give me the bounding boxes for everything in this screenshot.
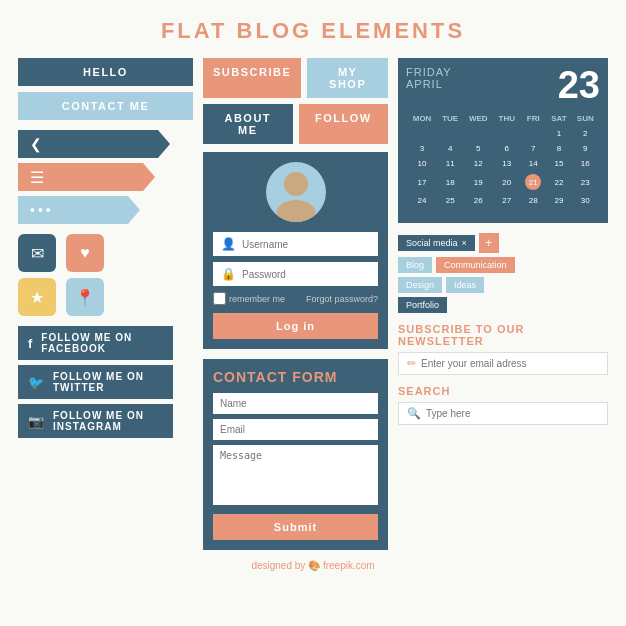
- calendar-day-cell: [573, 209, 598, 213]
- star-icon-box[interactable]: ★: [18, 278, 56, 316]
- calendar-day-cell: [408, 209, 436, 213]
- calendar-day-cell[interactable]: 29: [547, 194, 570, 207]
- share-ribbon[interactable]: ❮: [18, 130, 158, 158]
- blog-tag[interactable]: Blog: [398, 257, 432, 273]
- page-title: FLAT BLOG ELEMENTS: [0, 0, 626, 58]
- search-title: SEARCH: [398, 385, 608, 397]
- calendar-day-cell[interactable]: 10: [408, 157, 436, 170]
- calendar-day-cell[interactable]: 27: [494, 194, 519, 207]
- heart-icon-box[interactable]: ♥: [66, 234, 104, 272]
- calendar-day-cell[interactable]: 26: [464, 194, 492, 207]
- username-field[interactable]: 👤: [213, 232, 378, 256]
- calendar-grid: MON TUE WED THU FRI SAT SUN 123456789101…: [406, 110, 600, 215]
- calendar-day-cell[interactable]: 5: [464, 142, 492, 155]
- contact-me-button[interactable]: CONTACT ME: [18, 92, 193, 120]
- nav-row-1: HELLO: [18, 58, 193, 86]
- instagram-icon: 📷: [28, 414, 45, 429]
- calendar-day-cell[interactable]: 28: [521, 194, 545, 207]
- avatar-area: [213, 162, 378, 222]
- menu-ribbon[interactable]: ☰: [18, 163, 143, 191]
- search-icon: 🔍: [407, 407, 421, 420]
- newsletter-input[interactable]: [421, 358, 599, 369]
- mail-icon-box[interactable]: ✉: [18, 234, 56, 272]
- calendar-day-cell[interactable]: 11: [438, 157, 462, 170]
- remember-me-label[interactable]: remember me: [213, 292, 285, 305]
- tags-row-2: Blog Communication: [398, 257, 608, 273]
- username-input[interactable]: [242, 239, 370, 250]
- forgot-password-link[interactable]: Forgot password?: [306, 294, 378, 304]
- add-tag-button[interactable]: +: [479, 233, 499, 253]
- right-column: FRIDAY APRIL 23 MON TUE WED THU FRI SAT …: [398, 58, 608, 550]
- facebook-icon: f: [28, 336, 33, 351]
- calendar-widget: FRIDAY APRIL 23 MON TUE WED THU FRI SAT …: [398, 58, 608, 223]
- active-tag[interactable]: Social media ×: [398, 235, 475, 251]
- calendar-day-cell: [438, 209, 462, 213]
- remove-tag-icon[interactable]: ×: [462, 238, 467, 248]
- calendar-day-cell[interactable]: 22: [547, 172, 570, 192]
- facebook-button[interactable]: f FOLLOW ME ON FACEBOOK: [18, 326, 173, 360]
- twitter-icon: 🐦: [28, 375, 45, 390]
- calendar-day-cell[interactable]: 24: [408, 194, 436, 207]
- submit-button[interactable]: Submit: [213, 514, 378, 540]
- calendar-day-cell[interactable]: 30: [573, 194, 598, 207]
- contact-email-input[interactable]: [213, 419, 378, 440]
- calendar-day-cell[interactable]: 21: [521, 172, 545, 192]
- calendar-day-cell[interactable]: 3: [408, 142, 436, 155]
- left-column: HELLO CONTACT ME ❮ ☰ •••: [18, 58, 193, 550]
- contact-message-input[interactable]: [213, 445, 378, 505]
- cal-header-wed: WED: [464, 112, 492, 125]
- instagram-button[interactable]: 📷 FOLLOW ME ON INSTAGRAM: [18, 404, 173, 438]
- hello-button[interactable]: HELLO: [18, 58, 193, 86]
- calendar-day-cell[interactable]: 1: [547, 127, 570, 140]
- instagram-label: FOLLOW ME ON INSTAGRAM: [53, 410, 163, 432]
- twitter-button[interactable]: 🐦 FOLLOW ME ON TWITTER: [18, 365, 173, 399]
- newsletter-section: SUBSCRIBE TO OUR NEWSLETTER ✏: [398, 323, 608, 375]
- subscribe-button[interactable]: SUBSCRIBE: [203, 58, 301, 98]
- avatar: [266, 162, 326, 222]
- follow-button[interactable]: FOLLOW: [299, 104, 389, 144]
- dots-ribbon[interactable]: •••: [18, 196, 128, 224]
- cal-header-fri: FRI: [521, 112, 545, 125]
- pencil-icon: ✏: [407, 357, 416, 370]
- calendar-day-cell[interactable]: 8: [547, 142, 570, 155]
- password-input[interactable]: [242, 269, 370, 280]
- calendar-day-cell[interactable]: 20: [494, 172, 519, 192]
- password-field[interactable]: 🔒: [213, 262, 378, 286]
- search-input[interactable]: [426, 408, 599, 419]
- portfolio-tag[interactable]: Portfolio: [398, 297, 447, 313]
- calendar-date: 23: [558, 66, 600, 104]
- remember-checkbox[interactable]: [213, 292, 226, 305]
- calendar-day-cell[interactable]: 4: [438, 142, 462, 155]
- calendar-day-cell[interactable]: 17: [408, 172, 436, 192]
- search-input-row[interactable]: 🔍: [398, 402, 608, 425]
- calendar-day-cell[interactable]: 18: [438, 172, 462, 192]
- calendar-day-cell[interactable]: 2: [573, 127, 598, 140]
- calendar-day-cell[interactable]: 19: [464, 172, 492, 192]
- calendar-day-cell[interactable]: 14: [521, 157, 545, 170]
- calendar-day-cell: [494, 209, 519, 213]
- calendar-day-cell[interactable]: 6: [494, 142, 519, 155]
- calendar-day-cell[interactable]: 16: [573, 157, 598, 170]
- calendar-day-cell[interactable]: 23: [573, 172, 598, 192]
- calendar-day-cell[interactable]: 15: [547, 157, 570, 170]
- my-shop-button[interactable]: MY SHOP: [307, 58, 388, 98]
- calendar-day-cell[interactable]: 25: [438, 194, 462, 207]
- communication-tag[interactable]: Communication: [436, 257, 515, 273]
- calendar-day-cell[interactable]: 12: [464, 157, 492, 170]
- calendar-day-cell[interactable]: 9: [573, 142, 598, 155]
- login-button[interactable]: Log in: [213, 313, 378, 339]
- calendar-day-cell[interactable]: 13: [494, 157, 519, 170]
- calendar-month: APRIL: [406, 78, 452, 90]
- profile-widget: 👤 🔒 remember me Forgot password? Log in: [203, 152, 388, 349]
- contact-name-input[interactable]: [213, 393, 378, 414]
- calendar-day-cell[interactable]: 7: [521, 142, 545, 155]
- design-tag[interactable]: Design: [398, 277, 442, 293]
- newsletter-input-row[interactable]: ✏: [398, 352, 608, 375]
- remember-row: remember me Forgot password?: [213, 292, 378, 305]
- nav-row-2: CONTACT ME: [18, 92, 193, 120]
- facebook-label: FOLLOW ME ON FACEBOOK: [41, 332, 163, 354]
- about-me-button[interactable]: ABOUT ME: [203, 104, 293, 144]
- avatar-svg: [266, 162, 326, 222]
- pin-icon-box[interactable]: 📍: [66, 278, 104, 316]
- ideas-tag[interactable]: Ideas: [446, 277, 484, 293]
